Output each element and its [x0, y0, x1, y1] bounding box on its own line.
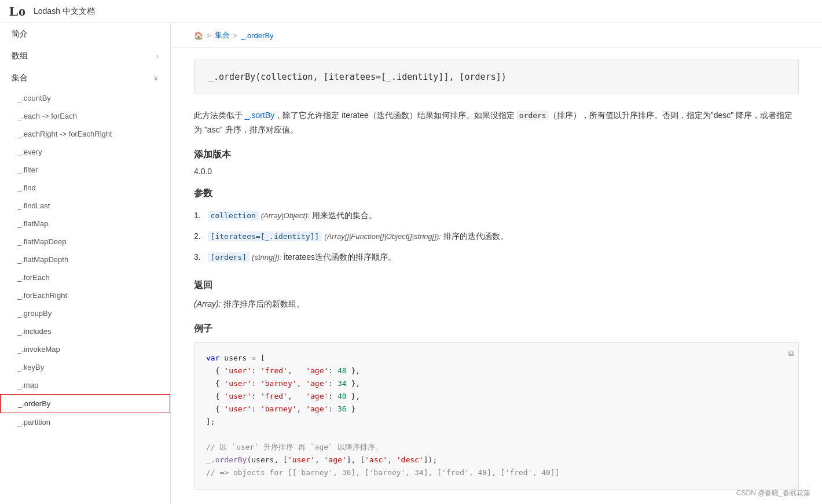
param-type-collection: (Array|Object): — [261, 211, 310, 220]
breadcrumb-home-icon[interactable]: 🏠 — [194, 31, 203, 40]
param-type-orders: (string[]): — [252, 253, 281, 262]
sidebar-item-every[interactable]: _.every — [0, 143, 170, 161]
example-label: 例子 — [194, 323, 799, 335]
sidebar-item-flatMapDepth[interactable]: _.flatMapDepth — [0, 251, 170, 268]
sidebar-item-find[interactable]: _.find — [0, 179, 170, 197]
sortBy-link[interactable]: _.sortBy — [245, 111, 274, 120]
sidebar-item-includes[interactable]: _.includes — [0, 322, 170, 340]
params-list: collection (Array|Object): 用来迭代的集合。 [ite… — [194, 205, 799, 267]
sidebar-section-top: 简介 数组 › 集合 ∨ — [0, 23, 170, 89]
attribution: CSDN @春晓_春眠花落 — [736, 488, 810, 498]
param-item-collection: collection (Array|Object): 用来迭代的集合。 — [194, 205, 799, 226]
chevron-down-icon: ∨ — [153, 74, 159, 82]
code-block: ⧉ var users = [ { 'user': 'fred', 'age':… — [194, 342, 799, 490]
param-type-iteratees: (Array[]|Function[]|Object[]|string[]): — [324, 232, 441, 241]
sidebar-item-intro[interactable]: 简介 — [0, 23, 170, 45]
sidebar-item-forEach[interactable]: _.forEach — [0, 268, 170, 286]
sidebar-item-each[interactable]: _.each -> forEach — [0, 107, 170, 125]
sidebar-item-intro-label: 简介 — [12, 29, 28, 39]
sidebar-item-keyBy[interactable]: _.keyBy — [0, 358, 170, 376]
sidebar-item-partition[interactable]: _.partition — [0, 413, 170, 431]
param-desc-iteratees: 排序的迭代函数。 — [443, 231, 508, 241]
app-title: Lodash 中文文档 — [34, 6, 95, 17]
header: Lo Lodash 中文文档 — [0, 0, 822, 23]
sidebar-item-invokeMap[interactable]: _.invokeMap — [0, 340, 170, 358]
breadcrumb-current: _.orderBy — [241, 31, 273, 40]
breadcrumb-parent[interactable]: 集合 — [215, 30, 230, 41]
param-name-iteratees: [iteratees=[_.identity]] — [208, 231, 322, 241]
param-name-collection: collection — [208, 211, 259, 220]
sidebar-item-filter[interactable]: _.filter — [0, 161, 170, 179]
sidebar-item-flatMap[interactable]: _.flatMap — [0, 215, 170, 233]
sidebar-item-eachRight[interactable]: _.eachRight -> forEachRight — [0, 125, 170, 143]
sidebar-item-findLast[interactable]: _.findLast — [0, 197, 170, 215]
returns-label: 返回 — [194, 279, 799, 292]
param-desc-collection: 用来迭代的集合。 — [312, 211, 377, 220]
breadcrumb-sep1: > — [207, 31, 211, 40]
version-value: 4.0.0 — [194, 167, 799, 176]
sidebar-item-flatMapDeep[interactable]: _.flatMapDeep — [0, 233, 170, 251]
function-signature: _.orderBy(collection, [iteratees=[_.iden… — [194, 60, 799, 94]
param-item-iteratees: [iteratees=[_.identity]] (Array[]|Functi… — [194, 226, 799, 247]
description: 此方法类似于 _.sortBy，除了它允许指定 iteratee（迭代函数）结果… — [194, 108, 799, 137]
code-content: var users = [ { 'user': 'fred', 'age': 4… — [206, 352, 787, 480]
sidebar-item-orderBy[interactable]: _.orderBy — [0, 394, 170, 413]
content-area: 🏠 > 集合 > _.orderBy _.orderBy(collection,… — [171, 23, 822, 504]
page-body: _.orderBy(collection, [iteratees=[_.iden… — [171, 48, 822, 504]
sidebar-collection-items: _.countBy _.each -> forEach _.eachRight … — [0, 89, 170, 431]
main-layout: 简介 数组 › 集合 ∨ _.countBy _.each -> forEach… — [0, 23, 822, 504]
chevron-right-icon: › — [156, 52, 159, 60]
breadcrumb: 🏠 > 集合 > _.orderBy — [171, 23, 822, 48]
sidebar-item-countBy[interactable]: _.countBy — [0, 89, 170, 107]
params-label: 参数 — [194, 187, 799, 200]
sidebar-item-forEachRight[interactable]: _.forEachRight — [0, 286, 170, 304]
param-desc-orders: iteratees迭代函数的排序顺序。 — [284, 252, 396, 262]
param-name-orders: [orders] — [208, 252, 250, 262]
sidebar-item-collection-label: 集合 — [12, 73, 28, 83]
sidebar-item-map[interactable]: _.map — [0, 376, 170, 394]
sidebar-item-array-label: 数组 — [12, 51, 28, 61]
copy-icon[interactable]: ⧉ — [788, 347, 794, 361]
sidebar-item-array[interactable]: 数组 › — [0, 45, 170, 67]
logo-icon: Lo — [9, 3, 25, 19]
orders-code: orders — [517, 111, 549, 120]
breadcrumb-sep2: > — [233, 31, 238, 40]
sidebar-item-groupBy[interactable]: _.groupBy — [0, 304, 170, 322]
param-item-orders: [orders] (string[]): iteratees迭代函数的排序顺序。 — [194, 247, 799, 268]
sidebar-item-collection[interactable]: 集合 ∨ — [0, 67, 170, 89]
sidebar: 简介 数组 › 集合 ∨ _.countBy _.each -> forEach… — [0, 23, 171, 504]
returns-value: (Array): 排序排序后的新数组。 — [194, 297, 799, 311]
version-label: 添加版本 — [194, 149, 799, 161]
